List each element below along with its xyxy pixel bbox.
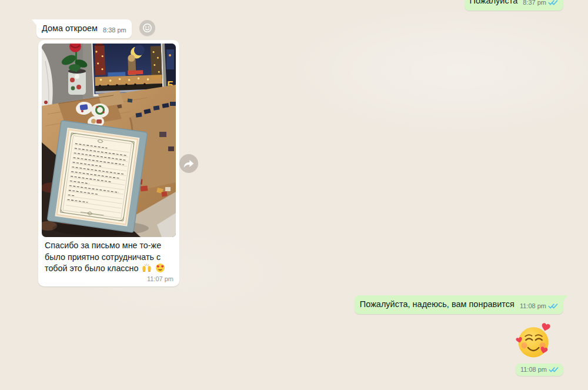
smiling-face-with-hearts-emoji-icon (515, 322, 554, 361)
forward-arrow-icon (182, 157, 195, 170)
react-emoji-button[interactable] (139, 20, 155, 36)
photo-caption: Спасибо за письмо мне то-же было приятно… (42, 237, 176, 275)
message-meta: 8:38 pm (103, 25, 126, 36)
read-receipt-double-check-icon (548, 0, 558, 6)
smiley-icon (142, 23, 152, 33)
message-text: Дома откроем (42, 23, 98, 34)
raising-hands-emoji-icon (142, 263, 152, 273)
chat-conversation-panel: Пожалуйста 8:37 pm Дома откроем 8:38 pm (0, 0, 588, 390)
message-meta: 11:08 pm (520, 301, 558, 312)
message-bubble-photo[interactable]: 5 (38, 40, 179, 286)
message-meta: 8:37 pm (523, 0, 558, 8)
message-time: 11:08 pm (520, 301, 546, 312)
bubble-tail (32, 19, 37, 26)
read-receipt-double-check-icon (548, 303, 558, 309)
message-bubble-outgoing[interactable]: Пожалуйста 8:37 pm (465, 0, 563, 11)
message-bubble-incoming[interactable]: Дома откроем 8:38 pm (36, 19, 132, 38)
read-receipt-double-check-icon (549, 366, 559, 373)
message-time: 8:38 pm (103, 25, 126, 36)
bubble-tail (563, 295, 568, 302)
message-time: 11:08 pm (520, 366, 547, 373)
message-bubble-outgoing[interactable]: Пожалуйста, надеюсь, вам понравится 11:0… (355, 295, 563, 314)
message-text: Пожалуйста (470, 0, 518, 6)
heart-eyes-emoji-icon (155, 263, 165, 273)
photo-image[interactable]: 5 (42, 44, 176, 237)
message-time: 11:07 pm (42, 275, 176, 284)
message-time: 8:37 pm (523, 0, 546, 8)
message-text: Пожалуйста, надеюсь, вам понравится (360, 299, 514, 310)
message-emoji-large[interactable] (515, 322, 554, 361)
emoji-message-time-pill: 11:08 pm (516, 364, 563, 376)
forward-message-button[interactable] (179, 154, 198, 173)
